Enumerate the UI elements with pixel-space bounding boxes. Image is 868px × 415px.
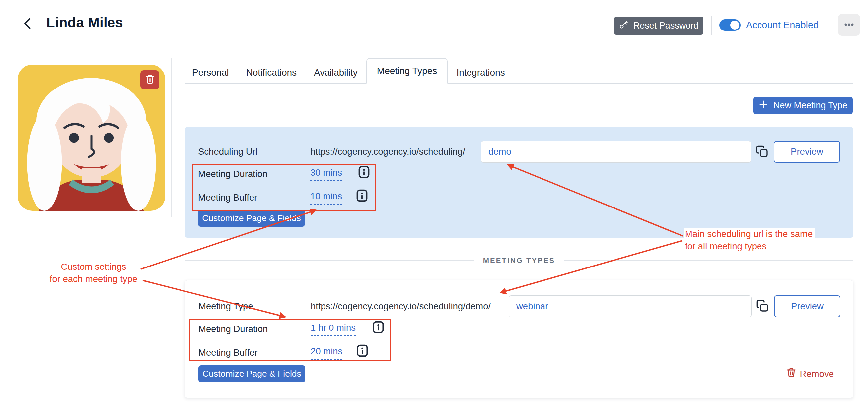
meeting-duration-value[interactable]: 1 hr 0 mins xyxy=(311,322,356,336)
customize-page-fields-button[interactable]: Customize Page & Fields xyxy=(198,210,305,227)
info-icon xyxy=(356,344,368,358)
tab-notifications[interactable]: Notifications xyxy=(238,62,306,83)
customize-page-fields-button[interactable]: Customize Page & Fields xyxy=(198,365,305,382)
remove-label: Remove xyxy=(800,369,834,379)
trash-icon xyxy=(145,74,155,85)
scheduling-base-url: https://cogency.cogency.io/scheduling/ xyxy=(310,141,465,163)
annotation-line: for all meeting types xyxy=(684,240,769,252)
back-button[interactable] xyxy=(20,16,36,32)
tab-availability[interactable]: Availability xyxy=(305,62,366,83)
meeting-duration-label: Meeting Duration xyxy=(198,169,268,179)
annotation-line: for each meeting type xyxy=(44,273,143,285)
duration-info-button[interactable] xyxy=(372,320,384,335)
tab-meeting-types[interactable]: Meeting Types xyxy=(366,58,448,83)
meeting-type-slug-input[interactable] xyxy=(509,295,751,317)
meeting-type-base-url: https://cogency.cogency.io/scheduling/de… xyxy=(311,295,491,317)
copy-url-button[interactable] xyxy=(755,144,770,159)
meeting-buffer-value[interactable]: 20 mins xyxy=(311,346,342,360)
trash-icon xyxy=(786,367,797,380)
divider-line xyxy=(185,260,474,261)
key-icon xyxy=(619,20,629,32)
reset-password-button[interactable]: Reset Password xyxy=(614,16,704,35)
copy-icon xyxy=(756,299,769,314)
info-icon xyxy=(372,320,384,335)
page-title: Linda Miles xyxy=(46,14,123,31)
copy-icon xyxy=(755,145,769,159)
preview-button[interactable]: Preview xyxy=(774,141,840,163)
tab-personal[interactable]: Personal xyxy=(185,62,238,83)
new-meeting-type-button[interactable]: New Meeting Type xyxy=(753,97,853,114)
meeting-types-divider: MEETING TYPES xyxy=(185,255,854,266)
account-enabled-label: Account Enabled xyxy=(746,20,818,31)
meeting-duration-label: Meeting Duration xyxy=(198,324,268,335)
meeting-type-card: Meeting Type https://cogency.cogency.io/… xyxy=(185,280,854,398)
meeting-type-label: Meeting Type xyxy=(198,295,253,317)
annotation-custom-settings: Custom settings for each meeting type xyxy=(44,261,143,285)
header-divider xyxy=(826,15,826,35)
meeting-buffer-value[interactable]: 10 mins xyxy=(310,191,342,205)
scheduling-url-label: Scheduling Url xyxy=(198,141,257,163)
avatar-card xyxy=(11,58,172,217)
more-options-button[interactable] xyxy=(838,14,860,36)
copy-url-button[interactable] xyxy=(755,299,770,314)
header-divider xyxy=(711,15,712,35)
divider-line xyxy=(564,260,854,261)
duration-info-button[interactable] xyxy=(358,165,370,179)
buffer-info-button[interactable] xyxy=(356,344,369,358)
toggle-knob xyxy=(730,21,739,30)
scheduling-slug-input[interactable] xyxy=(481,141,751,163)
delete-avatar-button[interactable] xyxy=(141,70,159,89)
meeting-types-divider-label: MEETING TYPES xyxy=(483,256,555,265)
meeting-duration-value[interactable]: 30 mins xyxy=(310,167,342,181)
reset-password-label: Reset Password xyxy=(633,21,699,31)
chevron-left-icon xyxy=(21,16,35,32)
tab-integrations[interactable]: Integrations xyxy=(447,62,513,83)
preview-button[interactable]: Preview xyxy=(774,295,840,317)
user-detail-page: Linda Miles Reset Password Account Enabl… xyxy=(0,0,868,415)
annotation-line: Custom settings xyxy=(44,261,143,273)
account-enabled-toggle[interactable]: Account Enabled xyxy=(719,14,818,35)
meeting-buffer-label: Meeting Buffer xyxy=(198,192,257,203)
meeting-buffer-label: Meeting Buffer xyxy=(198,347,257,358)
info-icon xyxy=(358,165,370,180)
new-meeting-type-label: New Meeting Type xyxy=(773,100,847,111)
remove-meeting-type-button[interactable]: Remove xyxy=(786,367,834,380)
ellipsis-icon xyxy=(843,19,855,31)
scheduling-panel: Scheduling Url https://cogency.cogency.i… xyxy=(185,127,854,238)
tab-bar: Personal Notifications Availability Meet… xyxy=(185,59,854,83)
toggle-switch[interactable] xyxy=(719,19,741,31)
info-icon xyxy=(356,189,368,203)
buffer-info-button[interactable] xyxy=(356,189,368,203)
plus-icon xyxy=(758,99,769,112)
